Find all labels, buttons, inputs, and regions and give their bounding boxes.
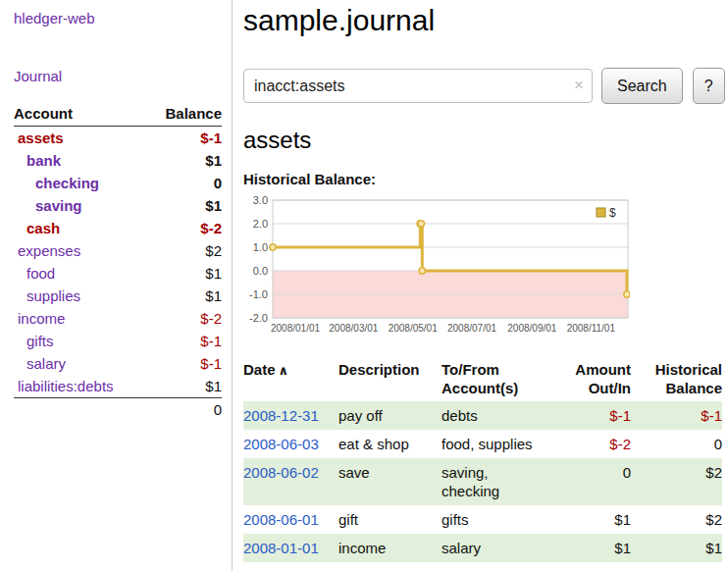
column-header-amount: Amount Out/In	[562, 358, 631, 401]
transaction-date-link[interactable]: 2008-01-01	[243, 540, 319, 556]
account-link[interactable]: expenses	[18, 242, 80, 259]
data-point-marker	[270, 244, 276, 250]
transaction-accounts: debts	[442, 401, 562, 430]
transaction-balance: $-1	[631, 401, 722, 430]
account-link[interactable]: income	[18, 310, 65, 327]
transaction-description: income	[338, 534, 442, 562]
column-header-balance: Historical Balance	[631, 358, 722, 401]
account-row: food$1	[14, 262, 222, 285]
account-balance: $1	[146, 375, 222, 398]
account-heading: assets	[243, 127, 725, 154]
transaction-description: gift	[338, 505, 442, 534]
account-row: saving$1	[14, 194, 222, 217]
search-input[interactable]	[243, 69, 593, 103]
data-point-marker	[624, 291, 630, 297]
data-point-marker	[418, 221, 424, 227]
transaction-accounts: gifts	[442, 505, 562, 534]
y-tick-label: -1.0	[249, 288, 268, 300]
y-tick-label: 1.0	[253, 241, 268, 253]
search-bar: × Search ?	[243, 68, 725, 104]
app-title-link[interactable]: hledger-web	[14, 10, 95, 26]
accounts-total-balance: 0	[146, 398, 222, 422]
account-balance: $1	[146, 285, 222, 307]
accounts-header-balance: Balance	[146, 102, 222, 127]
column-header-description: Description	[338, 358, 442, 401]
account-row: expenses$2	[14, 239, 222, 262]
register-header-row: Date∧ Description To/From Account(s) Amo…	[243, 358, 722, 401]
journal-link[interactable]: Journal	[14, 68, 62, 84]
account-balance: $1	[146, 262, 222, 285]
account-balance: 0	[146, 172, 222, 194]
transaction-description: eat & shop	[338, 430, 442, 458]
data-point-marker	[419, 268, 425, 274]
clear-search-icon[interactable]: ×	[574, 76, 584, 95]
account-link[interactable]: supplies	[26, 287, 80, 304]
account-balance: $2	[146, 239, 222, 262]
transaction-balance: $2	[631, 505, 722, 534]
transaction-balance: $2	[631, 458, 722, 505]
account-balance: $1	[146, 194, 222, 217]
account-balance: $1	[146, 149, 222, 172]
search-box: ×	[243, 69, 593, 103]
transaction-date-link[interactable]: 2008-06-02	[243, 464, 319, 481]
y-tick-label: 2.0	[253, 218, 268, 230]
transaction-description: pay off	[338, 401, 442, 430]
account-link[interactable]: liabilities:debts	[18, 378, 114, 394]
account-row: gifts$-1	[14, 330, 222, 352]
account-row: cash$-2	[14, 217, 222, 239]
account-link[interactable]: saving	[35, 197, 82, 214]
account-balance: $-1	[146, 330, 222, 352]
page-title: sample.journal	[243, 2, 725, 39]
chart-svg: 3.02.01.00.0-1.0-2.02008/01/012008/03/01…	[243, 194, 630, 337]
account-link[interactable]: food	[26, 265, 55, 282]
column-header-date[interactable]: Date∧	[243, 358, 338, 401]
account-balance: $-2	[146, 217, 222, 239]
account-link[interactable]: bank	[26, 152, 61, 169]
sidebar: hledger-web Journal Account Balance asse…	[0, 0, 233, 571]
transaction-accounts: saving, checking	[442, 458, 562, 505]
account-row: supplies$1	[14, 285, 222, 307]
transaction-date-link[interactable]: 2008-12-31	[243, 407, 319, 424]
register-row: 2008-06-01giftgifts$1$2	[243, 505, 722, 534]
transaction-description: save	[338, 458, 442, 505]
transaction-amount: $-2	[562, 430, 631, 458]
transaction-accounts: salary	[442, 534, 562, 562]
account-row: checking0	[14, 172, 222, 194]
register-row: 2008-06-03eat & shopfood, supplies$-20	[243, 430, 722, 458]
account-link[interactable]: gifts	[26, 333, 54, 349]
y-tick-label: 0.0	[253, 265, 268, 277]
column-header-accounts: To/From Account(s)	[442, 358, 562, 401]
accounts-header-row: Account Balance	[14, 102, 222, 127]
transaction-date-link[interactable]: 2008-06-01	[243, 511, 319, 528]
transaction-accounts: food, supplies	[442, 430, 562, 458]
account-link[interactable]: checking	[35, 175, 99, 191]
accounts-table: Account Balance assets$-1bank$1checking0…	[14, 102, 222, 421]
x-tick-label: 2008/11/01	[567, 323, 616, 334]
account-row: liabilities:debts$1	[14, 375, 222, 398]
y-tick-label: 3.0	[253, 194, 268, 206]
account-row: bank$1	[14, 149, 222, 172]
chart-title: Historical Balance:	[243, 171, 725, 187]
transaction-amount: $1	[562, 505, 631, 534]
account-link[interactable]: assets	[18, 130, 64, 146]
accounts-total-row: 0	[14, 398, 222, 422]
register-table: Date∧ Description To/From Account(s) Amo…	[243, 358, 722, 562]
sort-ascending-icon: ∧	[279, 363, 289, 378]
transaction-amount: $1	[562, 534, 631, 562]
account-link[interactable]: salary	[26, 355, 66, 372]
accounts-header-account: Account	[14, 102, 146, 127]
y-tick-label: -2.0	[249, 312, 268, 324]
register-row: 2008-06-02savesaving, checking0$2	[243, 458, 722, 505]
account-row: income$-2	[14, 307, 222, 330]
help-button[interactable]: ?	[693, 68, 725, 104]
x-tick-label: 2008/07/01	[447, 323, 496, 334]
account-link[interactable]: cash	[26, 220, 60, 236]
main-content: sample.journal × Search ? assets Histori…	[233, 0, 728, 571]
transaction-date-link[interactable]: 2008-06-03	[243, 436, 319, 452]
x-tick-label: 2008/03/01	[329, 323, 378, 334]
search-button[interactable]: Search	[601, 68, 683, 104]
account-row: salary$-1	[14, 352, 222, 375]
account-row: assets$-1	[14, 127, 222, 150]
register-row: 2008-01-01incomesalary$1$1	[243, 534, 722, 562]
transaction-amount: 0	[562, 458, 631, 505]
